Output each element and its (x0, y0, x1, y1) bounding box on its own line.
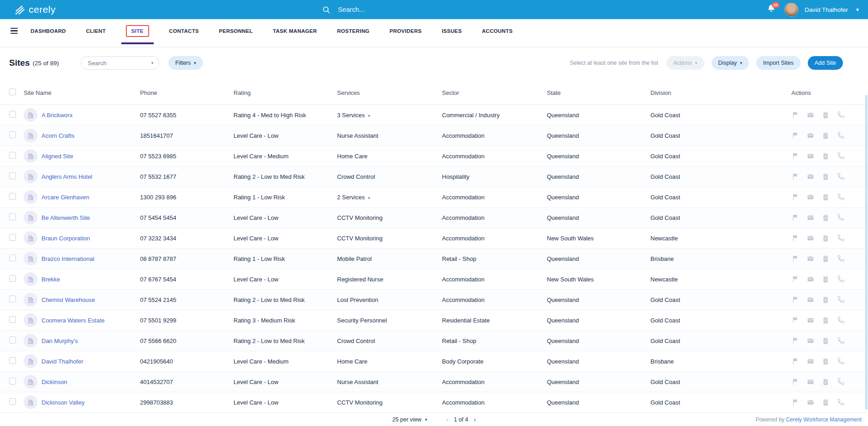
flag-icon[interactable] (791, 111, 800, 119)
next-page-button[interactable]: › (473, 416, 476, 423)
phone-icon[interactable] (837, 131, 845, 140)
site-name-link[interactable]: Be Altenwerth Site (42, 214, 90, 221)
phone-icon[interactable] (837, 234, 845, 242)
clipboard-icon[interactable] (821, 398, 830, 406)
services-chevron-down-icon[interactable]: ▾ (368, 196, 370, 200)
column-header-actions[interactable]: Actions (770, 89, 868, 96)
mail-icon[interactable] (806, 337, 815, 345)
site-name-link[interactable]: Brazco International (42, 255, 94, 262)
phone-icon[interactable] (837, 193, 845, 201)
clipboard-icon[interactable] (821, 213, 830, 222)
mail-icon[interactable] (806, 275, 815, 283)
filters-button[interactable]: Filters▾ (168, 56, 203, 70)
site-name-link[interactable]: Acorn Crafts (42, 132, 74, 139)
mail-icon[interactable] (806, 378, 815, 386)
phone-icon[interactable] (837, 111, 845, 119)
notifications-button[interactable]: 88 (766, 4, 778, 16)
select-all-checkbox[interactable] (9, 88, 16, 95)
row-checkbox[interactable] (9, 378, 16, 384)
clipboard-icon[interactable] (821, 234, 830, 242)
row-checkbox[interactable] (9, 357, 16, 364)
nav-item-task-manager[interactable]: TASK MANAGER (273, 28, 317, 34)
phone-icon[interactable] (837, 337, 845, 345)
nav-item-dashboard[interactable]: DASHBOARD (31, 28, 66, 34)
flag-icon[interactable] (791, 213, 800, 222)
site-name-link[interactable]: Dickinson (42, 379, 67, 385)
nav-item-rostering[interactable]: ROSTERING (337, 28, 369, 34)
brand-logo[interactable]: cerely (14, 4, 56, 16)
clipboard-icon[interactable] (821, 378, 830, 386)
services-chevron-down-icon[interactable]: ▾ (368, 114, 370, 118)
site-name-link[interactable]: Chemist Warehouse (42, 296, 95, 303)
display-button[interactable]: Display▾ (712, 56, 749, 70)
clipboard-icon[interactable] (821, 152, 830, 160)
nav-item-issues[interactable]: ISSUES (442, 28, 462, 34)
phone-icon[interactable] (837, 378, 845, 386)
clipboard-icon[interactable] (821, 131, 830, 140)
column-header-sector[interactable]: Sector (442, 89, 547, 96)
site-name-link[interactable]: Dickinson Valley (42, 399, 84, 406)
row-checkbox[interactable] (9, 131, 16, 138)
column-header-state[interactable]: State (547, 89, 650, 96)
phone-icon[interactable] (837, 172, 845, 181)
mail-icon[interactable] (806, 296, 815, 304)
clipboard-icon[interactable] (821, 255, 830, 263)
site-name-link[interactable]: Brekke (42, 276, 60, 283)
nav-item-client[interactable]: CLIENT (86, 28, 105, 34)
flag-icon[interactable] (791, 398, 800, 406)
flag-icon[interactable] (791, 378, 800, 386)
phone-icon[interactable] (837, 357, 845, 365)
mail-icon[interactable] (806, 213, 815, 222)
nav-item-site[interactable]: SITE (126, 25, 149, 37)
import-sites-button[interactable]: Import Sites (756, 56, 800, 70)
row-checkbox[interactable] (9, 275, 16, 282)
mail-icon[interactable] (806, 234, 815, 242)
global-search[interactable]: Search... (322, 0, 364, 19)
flag-icon[interactable] (791, 234, 800, 242)
phone-icon[interactable] (837, 152, 845, 160)
user-menu-chevron-down-icon[interactable]: ▼ (855, 7, 860, 12)
mail-icon[interactable] (806, 131, 815, 140)
site-name-link[interactable]: Aligned Site (42, 153, 73, 160)
mail-icon[interactable] (806, 357, 815, 365)
column-header-services[interactable]: Services (337, 89, 442, 96)
phone-icon[interactable] (837, 398, 845, 406)
clipboard-icon[interactable] (821, 193, 830, 201)
row-checkbox[interactable] (9, 172, 16, 179)
phone-icon[interactable] (837, 255, 845, 263)
actions-button[interactable]: Actions▾ (666, 56, 704, 70)
row-checkbox[interactable] (9, 193, 16, 200)
flag-icon[interactable] (791, 172, 800, 181)
mail-icon[interactable] (806, 111, 815, 119)
flag-icon[interactable] (791, 193, 800, 201)
row-checkbox[interactable] (9, 111, 16, 118)
phone-icon[interactable] (837, 296, 845, 304)
column-header-site-name[interactable]: Site Name (24, 89, 140, 96)
clipboard-icon[interactable] (821, 172, 830, 181)
phone-icon[interactable] (837, 316, 845, 324)
nav-item-providers[interactable]: PROVIDERS (390, 28, 421, 34)
site-name-link[interactable]: Braun Corporation (42, 235, 90, 242)
mail-icon[interactable] (806, 255, 815, 263)
clipboard-icon[interactable] (821, 337, 830, 345)
vertical-scrollbar[interactable] (865, 95, 868, 410)
row-checkbox[interactable] (9, 337, 16, 343)
clipboard-icon[interactable] (821, 275, 830, 283)
mail-icon[interactable] (806, 172, 815, 181)
site-search-select[interactable]: Search ▾ (81, 56, 159, 70)
column-header-division[interactable]: Division (650, 89, 770, 96)
mail-icon[interactable] (806, 193, 815, 201)
phone-icon[interactable] (837, 213, 845, 222)
row-checkbox[interactable] (9, 296, 16, 302)
row-checkbox[interactable] (9, 398, 16, 405)
site-name-link[interactable]: A Brickworx (42, 112, 73, 119)
row-checkbox[interactable] (9, 213, 16, 220)
clipboard-icon[interactable] (821, 316, 830, 324)
column-header-rating[interactable]: Rating (234, 89, 337, 96)
flag-icon[interactable] (791, 296, 800, 304)
powered-by-link[interactable]: Cerely Workforce Management (786, 416, 862, 423)
nav-item-contacts[interactable]: CONTACTS (169, 28, 199, 34)
site-name-link[interactable]: David Thalhofer (42, 358, 83, 365)
row-checkbox[interactable] (9, 234, 16, 241)
row-checkbox[interactable] (9, 255, 16, 261)
